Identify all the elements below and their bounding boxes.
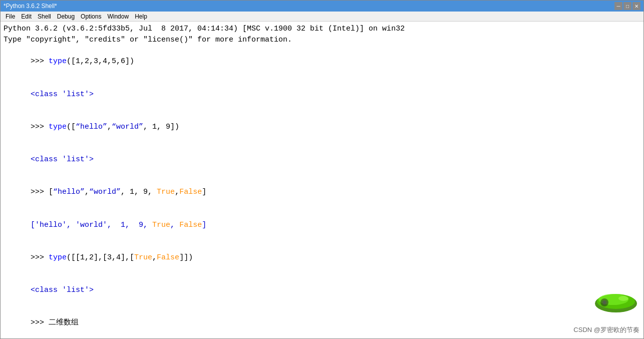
output-bracket-close-3: ]	[202, 221, 206, 229]
menu-edit[interactable]: Edit	[18, 13, 35, 21]
str2-3: “world”	[89, 188, 121, 196]
output-text-4: <class 'list'>	[31, 286, 94, 294]
menu-debug[interactable]: Debug	[54, 13, 78, 21]
prompt-4: >>>	[31, 253, 49, 262]
window-title: *Python 3.6.2 Shell*	[4, 3, 57, 10]
output-nums-3: , 1, 9,	[107, 221, 152, 229]
output-text-2: <class 'list'>	[31, 155, 94, 164]
svg-point-4	[602, 300, 606, 304]
decoration-blob	[593, 288, 633, 308]
minimize-button[interactable]: ─	[614, 2, 622, 10]
true-3: True	[157, 188, 175, 196]
menu-shell[interactable]: Shell	[35, 13, 54, 21]
output-line-3: ['hello', 'world', 1, 9, True, False]	[4, 209, 640, 241]
args-pre-4: ([[1,2],[3,4],[	[67, 253, 134, 262]
output-line-1: <class 'list'>	[4, 78, 640, 111]
input-line-5: >>> 二维数组	[4, 307, 640, 339]
comma-4: ,	[152, 253, 157, 262]
args-1: ([1,2,3,4,5,6])	[67, 57, 134, 66]
input-line-3: >>> [“hello”,“world”, 1, 9, True,False]	[4, 176, 640, 209]
title-bar-controls[interactable]: ─ □ ✕	[614, 2, 640, 10]
cmd-type-1: type	[49, 57, 67, 66]
restore-button[interactable]: □	[623, 2, 631, 10]
output-text-1: <class 'list'>	[31, 90, 94, 99]
shell-area[interactable]: Python 3.6.2 (v3.6.2:5fd33b5, Jul 8 2017…	[1, 22, 643, 338]
cmd-type-2: type	[49, 123, 67, 131]
menu-help[interactable]: Help	[132, 13, 150, 21]
paren-open-2: ([	[67, 123, 76, 131]
comma1-3: ,	[85, 188, 89, 196]
cmd-type-4: type	[49, 253, 67, 262]
output-comma3-3: ,	[170, 221, 179, 229]
bracket-close-3: ]	[202, 188, 206, 196]
menu-window[interactable]: Window	[104, 13, 132, 21]
menu-options[interactable]: Options	[78, 13, 104, 21]
rest-2: , 1, 9])	[143, 123, 179, 131]
bracket-open-3: [	[49, 188, 53, 196]
comma1-2: ,	[107, 123, 112, 131]
output-str2-3: 'world'	[76, 221, 107, 229]
output-bracket-open-3: [	[31, 221, 35, 229]
prompt-3: >>>	[31, 188, 49, 196]
output-true-3: True	[152, 221, 170, 229]
true-4: True	[134, 253, 152, 262]
comma2-3: ,	[175, 188, 179, 196]
prompt-2: >>>	[31, 123, 49, 131]
output-comma1-3: ,	[67, 221, 76, 229]
str1-2: “hello”	[76, 123, 107, 131]
output-line-4: <class 'list'>	[4, 274, 640, 306]
chinese-text-5: 二维数组	[49, 318, 79, 327]
menu-file[interactable]: File	[3, 13, 18, 21]
false-3: False	[179, 188, 202, 196]
title-bar: *Python 3.6.2 Shell* ─ □ ✕	[1, 1, 643, 12]
output-false-3: False	[179, 221, 202, 229]
output-line-2: <class 'list'>	[4, 143, 640, 176]
svg-point-5	[618, 296, 628, 301]
input-line-1: >>> type([1,2,3,4,5,6])	[4, 46, 640, 78]
input-line-4: >>> type([[1,2],[3,4],[True,False]])	[4, 241, 640, 274]
input-line-2: >>> type([“hello”,“world”, 1, 9])	[4, 111, 640, 143]
header-line-1: Python 3.6.2 (v3.6.2:5fd33b5, Jul 8 2017…	[4, 24, 640, 35]
str1-3: “hello”	[53, 188, 85, 196]
false-4: False	[157, 253, 179, 262]
prompt-1: >>>	[31, 57, 49, 66]
args-post-4: ]])	[179, 253, 193, 262]
title-bar-left: *Python 3.6.2 Shell*	[4, 3, 57, 10]
str2-2: “world”	[112, 123, 143, 131]
close-button[interactable]: ✕	[632, 2, 640, 10]
python-shell-window: *Python 3.6.2 Shell* ─ □ ✕ File Edit She…	[0, 0, 644, 339]
output-str1-3: 'hello'	[35, 221, 67, 229]
prompt-5: >>>	[31, 318, 49, 327]
header-line-2: Type "copyright", "credits" or "license(…	[4, 35, 640, 46]
menu-bar: File Edit Shell Debug Options Window Hel…	[1, 12, 643, 22]
watermark: CSDN @罗密欧的节奏	[573, 325, 639, 334]
nums-3: , 1, 9,	[121, 188, 157, 196]
